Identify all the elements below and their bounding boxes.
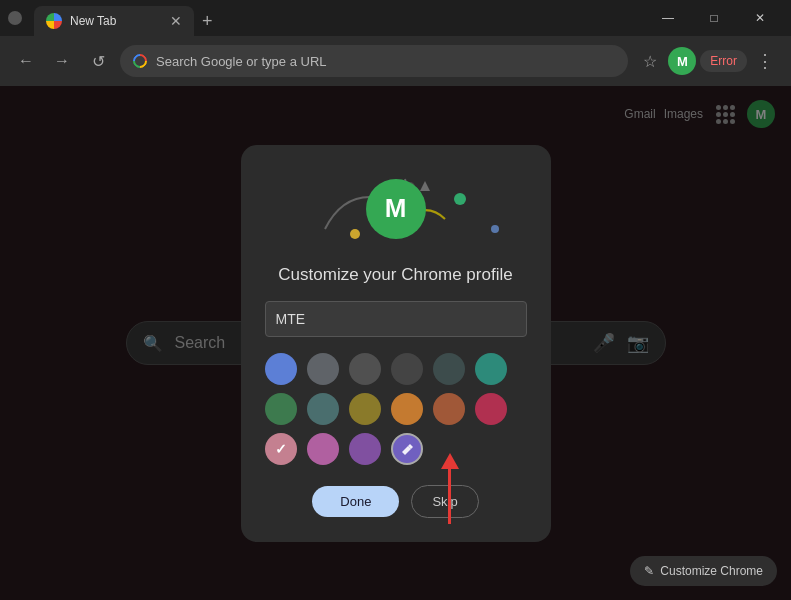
omnibox-text: Search Google or type a URL xyxy=(156,54,616,69)
error-button[interactable]: Error xyxy=(700,50,747,72)
tab-label: New Tab xyxy=(70,14,162,28)
color-swatch-slate[interactable] xyxy=(307,393,339,425)
svg-marker-1 xyxy=(420,181,430,191)
color-grid xyxy=(265,353,527,465)
color-swatch-edit[interactable] xyxy=(391,433,423,465)
color-swatch-dark1[interactable] xyxy=(349,353,381,385)
done-button[interactable]: Done xyxy=(312,486,399,517)
modal-title: Customize your Chrome profile xyxy=(278,265,512,285)
color-swatch-brown[interactable] xyxy=(433,393,465,425)
pencil-icon: ✎ xyxy=(644,564,654,578)
arrow-head-icon xyxy=(441,453,459,469)
bookmark-button[interactable]: ☆ xyxy=(636,47,664,75)
color-row-3 xyxy=(265,433,527,465)
color-swatch-pink[interactable] xyxy=(265,433,297,465)
refresh-button[interactable]: ↺ xyxy=(84,47,112,75)
color-row-1 xyxy=(265,353,527,385)
toolbar-right: ☆ M Error ⋮ xyxy=(636,47,779,75)
google-logo-icon xyxy=(132,53,148,69)
tab-close-button[interactable]: ✕ xyxy=(170,13,182,29)
color-swatch-crimson[interactable] xyxy=(475,393,507,425)
svg-point-3 xyxy=(350,229,360,239)
omnibar: ← → ↺ Search Google or type a URL ☆ M Er… xyxy=(0,36,791,86)
profile-avatar-large: M xyxy=(366,179,426,239)
modal-header-art: M xyxy=(265,169,527,249)
window-controls: — □ ✕ xyxy=(645,0,783,36)
more-button[interactable]: ⋮ xyxy=(751,47,779,75)
close-button[interactable]: ✕ xyxy=(737,0,783,36)
titlebar: New Tab ✕ + — □ ✕ xyxy=(0,0,791,36)
edit-icon xyxy=(400,442,414,456)
color-row-2 xyxy=(265,393,527,425)
color-swatch-purple1[interactable] xyxy=(307,433,339,465)
customize-chrome-button[interactable]: ✎ Customize Chrome xyxy=(630,556,777,586)
color-swatch-dark3[interactable] xyxy=(433,353,465,385)
customize-chrome-label: Customize Chrome xyxy=(660,564,763,578)
color-swatch-gray1[interactable] xyxy=(307,353,339,385)
minimize-button[interactable]: — xyxy=(645,0,691,36)
new-tab-button[interactable]: + xyxy=(194,7,221,36)
color-swatch-purple2[interactable] xyxy=(349,433,381,465)
tab-strip: New Tab ✕ + xyxy=(34,0,637,36)
modal-overlay: M Customize your Chrome profile xyxy=(0,86,791,600)
omnibox[interactable]: Search Google or type a URL xyxy=(120,45,628,77)
color-swatch-teal[interactable] xyxy=(475,353,507,385)
active-tab[interactable]: New Tab ✕ xyxy=(34,6,194,36)
arrow-annotation xyxy=(441,453,459,524)
arrow-shaft xyxy=(448,469,451,524)
maximize-button[interactable]: □ xyxy=(691,0,737,36)
color-swatch-olive[interactable] xyxy=(349,393,381,425)
customize-profile-modal: M Customize your Chrome profile xyxy=(241,145,551,542)
profile-name-input[interactable] xyxy=(265,301,527,337)
main-area: Gmail Images M 🔍 Search 🎤 📷 xyxy=(0,86,791,600)
svg-point-2 xyxy=(454,193,466,205)
color-swatch-dark2[interactable] xyxy=(391,353,423,385)
profile-avatar[interactable]: M xyxy=(668,47,696,75)
tab-favicon xyxy=(46,13,62,29)
traffic-lights xyxy=(8,11,26,25)
color-swatch-blue[interactable] xyxy=(265,353,297,385)
chrome-logo-icon xyxy=(8,11,22,25)
color-swatch-green[interactable] xyxy=(265,393,297,425)
back-button[interactable]: ← xyxy=(12,47,40,75)
svg-point-4 xyxy=(491,225,499,233)
forward-button[interactable]: → xyxy=(48,47,76,75)
color-swatch-orange[interactable] xyxy=(391,393,423,425)
